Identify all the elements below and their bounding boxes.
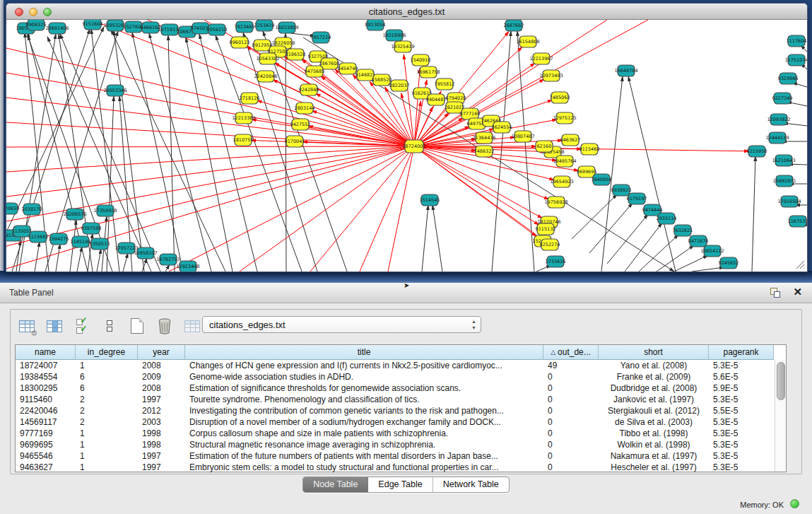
cell-in_degree[interactable]: 2	[76, 405, 138, 416]
cell-pagerank[interactable]: 5.3E-5	[709, 360, 774, 371]
graph-node[interactable]: 9397588	[81, 223, 102, 234]
show-columns-button[interactable]	[44, 315, 65, 337]
cell-title[interactable]: Embryonic stem cells: a model to study s…	[185, 462, 543, 473]
graph-node[interactable]: 2935114	[657, 213, 677, 224]
cell-year[interactable]: 1997	[138, 450, 185, 462]
graph-node[interactable]: 8906325	[26, 20, 47, 30]
graph-node[interactable]: 18325419	[391, 41, 414, 52]
graph-node[interactable]: 8960123	[230, 37, 250, 48]
delete-column-button[interactable]	[154, 315, 175, 337]
cell-short[interactable]: Nakamura et al. (1997)	[599, 450, 709, 462]
cell-title[interactable]: Disruption of a novel member of a sodium…	[185, 416, 543, 428]
cell-short[interactable]: Dudbridge et al. (2008)	[599, 382, 709, 394]
graph-node[interactable]: 20053346	[103, 85, 126, 96]
network-window-titlebar[interactable]: citations_edges.txt	[6, 4, 807, 20]
table-row[interactable]: 969969511998Structural magnetic resonanc…	[16, 439, 786, 450]
graph-node[interactable]: 12975125	[553, 112, 576, 124]
cell-in_degree[interactable]: 6	[76, 371, 138, 382]
close-panel-icon[interactable]: ✕	[793, 286, 802, 298]
citation-edge-black[interactable]	[589, 203, 632, 253]
graph-node[interactable]: 8186328	[286, 49, 306, 60]
table-selector-dropdown[interactable]: citations_edges.txt ▲▼	[202, 316, 481, 333]
graph-node[interactable]: 16961758	[416, 66, 440, 78]
graph-node[interactable]: 17359928	[93, 205, 117, 216]
cell-name[interactable]: 22420046	[16, 405, 76, 416]
cell-name[interactable]: 18300295	[16, 382, 76, 394]
graph-node[interactable]: 8813054	[365, 20, 386, 30]
graph-node[interactable]: 19654923	[550, 176, 573, 187]
cell-name[interactable]: 9699695	[16, 439, 76, 450]
graph-node[interactable]: 1733426	[546, 256, 566, 267]
cell-year[interactable]: 2012	[138, 405, 185, 416]
graph-node[interactable]: 8822037	[389, 80, 410, 91]
citation-edge-black[interactable]	[657, 245, 694, 271]
cell-in_degree[interactable]: 6	[76, 382, 138, 394]
graph-node[interactable]: 8252274	[540, 239, 560, 250]
delete-table-button[interactable]	[182, 315, 203, 337]
cell-out_degree[interactable]: 0	[543, 416, 599, 428]
graph-node[interactable]: 6179197	[627, 193, 647, 204]
cell-year[interactable]: 2003	[138, 416, 185, 428]
graph-node[interactable]: 9242848	[299, 84, 319, 95]
cell-title[interactable]: Changes of HCN gene expression and I(f) …	[185, 360, 543, 371]
graph-node[interactable]: 1540910	[411, 54, 431, 66]
graph-node[interactable]: 17016504	[777, 196, 801, 207]
cell-title[interactable]: Estimation of significance thresholds fo…	[185, 382, 543, 394]
graph-node[interactable]: 1167533	[788, 216, 807, 227]
cell-out_degree[interactable]: 0	[543, 405, 599, 416]
network-canvas[interactable]: 1872400789601238912954182260589127508818…	[6, 20, 807, 271]
graph-node[interactable]: 62160	[536, 141, 553, 152]
graph-node[interactable]: 22420046	[254, 71, 277, 82]
citation-edge-red[interactable]	[414, 146, 543, 240]
graph-node[interactable]: 12093822	[767, 114, 790, 125]
graph-node[interactable]: 2520659	[6, 203, 19, 214]
table-row[interactable]: 1456911722003Disruption of a novel membe…	[16, 416, 786, 428]
graph-node[interactable]: 19756928	[544, 197, 567, 208]
graph-node[interactable]: 7913465	[235, 21, 255, 33]
citation-edge-red[interactable]	[404, 54, 414, 146]
cell-pagerank[interactable]: 5.6E-5	[709, 371, 774, 382]
cell-name[interactable]: 9465546	[16, 450, 76, 462]
column-header-out_degree[interactable]: △out_de...	[543, 345, 599, 360]
cell-pagerank[interactable]: 5.9E-5	[709, 382, 774, 394]
column-header-in_degree[interactable]: in_degree	[76, 345, 138, 360]
cell-pagerank[interactable]: 5.3E-5	[709, 462, 774, 473]
graph-node[interactable]: 1810755	[233, 134, 254, 146]
table-row[interactable]: 1872400712008Changes of HCN gene express…	[16, 360, 786, 371]
cell-in_degree[interactable]: 1	[76, 462, 138, 473]
graph-node[interactable]: 7486322	[474, 146, 495, 157]
cell-out_degree[interactable]: 0	[543, 462, 599, 473]
graph-node[interactable]: 10807487	[511, 131, 534, 142]
node-table[interactable]: namein_degreeyeartitle△out_de...shortpag…	[15, 344, 787, 472]
graph-node[interactable]: 15751074	[784, 54, 807, 66]
graph-node[interactable]: 9463627	[560, 134, 581, 146]
graph-node[interactable]: 12444139	[765, 132, 789, 144]
table-row[interactable]: 946362711997Embryonic stem cells: a mode…	[16, 462, 786, 473]
cell-year[interactable]: 2009	[138, 371, 185, 382]
table-row[interactable]: 977716911998Corpus callosum shape and si…	[16, 428, 786, 439]
cell-name[interactable]: 14569117	[16, 416, 76, 428]
cell-year[interactable]: 2008	[138, 360, 185, 371]
citation-edge-black[interactable]	[123, 253, 128, 271]
column-header-title[interactable]: title	[185, 345, 543, 360]
citation-edge-red[interactable]	[414, 146, 539, 225]
graph-node[interactable]: 9151604	[83, 20, 103, 30]
cell-title[interactable]: Structural magnetic resonance image aver…	[185, 439, 543, 450]
cell-title[interactable]: Tourette syndrome. Phenomenology and cla…	[185, 394, 543, 405]
cell-short[interactable]: Jankovic et al. (1997)	[599, 394, 709, 405]
graph-node[interactable]: 1514545	[420, 194, 440, 206]
graph-node[interactable]: 2030170	[22, 204, 42, 215]
citation-edge-black[interactable]	[572, 194, 617, 239]
graph-node[interactable]: 10654112	[700, 245, 724, 257]
citation-edge-black[interactable]	[56, 244, 60, 271]
cell-pagerank[interactable]: 5.5E-5	[709, 405, 774, 416]
cell-pagerank[interactable]: 5.3E-5	[709, 416, 774, 428]
citation-edge-black[interactable]	[607, 214, 648, 264]
citation-edge-red[interactable]	[310, 146, 414, 271]
graph-node[interactable]: 1115682	[28, 231, 49, 243]
citation-edge-black[interactable]	[422, 205, 428, 271]
graph-node[interactable]: 2718126	[240, 93, 260, 104]
graph-node[interactable]: 2803144	[295, 103, 315, 114]
graph-node[interactable]: 1594275	[49, 233, 69, 245]
graph-node[interactable]: 1117604	[787, 35, 807, 47]
